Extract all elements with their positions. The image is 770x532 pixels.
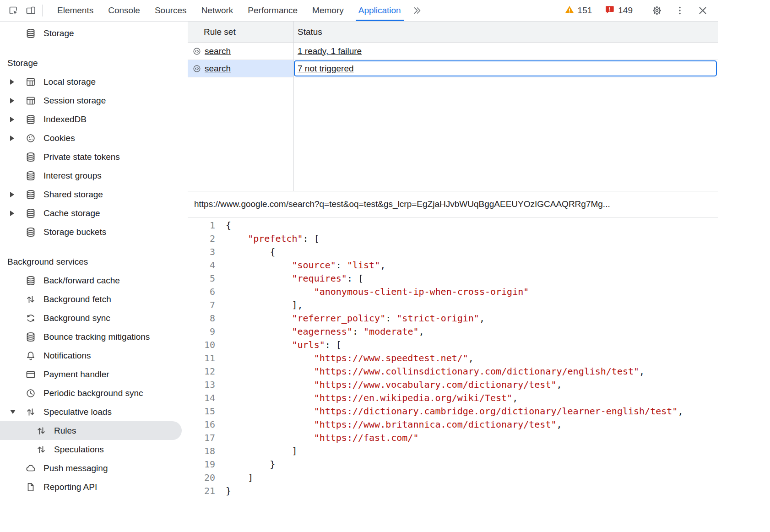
- line-number: 3: [188, 245, 215, 259]
- sidebar-item-payment-handler[interactable]: Payment handler: [0, 365, 187, 384]
- code-line-content: "https://www.vocabulary.com/dictionary/t…: [226, 378, 562, 391]
- code-line-content: "prefetch": [: [226, 232, 320, 245]
- sidebar-item-background-sync[interactable]: Background sync: [0, 309, 187, 327]
- tab-sources[interactable]: Sources: [147, 0, 194, 21]
- sidebar-item-back-forward-cache[interactable]: Back/forward cache: [0, 271, 187, 290]
- code-line: 2 "prefetch": [: [188, 232, 718, 245]
- triangle-right-icon[interactable]: [10, 79, 25, 85]
- ruleset-row[interactable]: search1 ready, 1 failure: [188, 43, 718, 60]
- tab-performance[interactable]: Performance: [240, 0, 305, 21]
- database-icon: [25, 114, 36, 125]
- ruleset-name-cell[interactable]: search: [188, 60, 293, 77]
- table-icon: [25, 95, 36, 106]
- code-line-content: }: [226, 484, 231, 498]
- tab-memory[interactable]: Memory: [305, 0, 351, 21]
- code-line: 4 "source": "list",: [188, 259, 718, 272]
- triangle-right-icon[interactable]: [10, 98, 25, 103]
- more-menu-icon[interactable]: [671, 2, 689, 19]
- code-line: 10 "urls": [: [188, 338, 718, 352]
- ruleset-status-link[interactable]: 1 ready, 1 failure: [298, 46, 362, 56]
- ruleset-status-cell[interactable]: 7 not triggered: [294, 60, 717, 76]
- sidebar-item-bounce-tracking-mitigations[interactable]: Bounce tracking mitigations: [0, 327, 187, 346]
- ruleset-name-cell[interactable]: search: [188, 43, 293, 60]
- settings-gear-icon[interactable]: [648, 2, 666, 19]
- tab-network[interactable]: Network: [194, 0, 241, 21]
- code-line-content: "urls": [: [226, 338, 342, 352]
- code-view: 1{2 "prefetch": [3 {4 "source": "list",5…: [188, 217, 718, 532]
- ruleset-table-header: Rule set Status: [188, 22, 718, 43]
- close-icon[interactable]: [694, 2, 711, 19]
- line-number: 1: [188, 219, 215, 232]
- sidebar-item-label: Back/forward cache: [43, 276, 120, 286]
- code-line: 21}: [188, 484, 718, 498]
- triangle-right-icon[interactable]: [10, 117, 25, 122]
- sidebar-item-speculative-loads[interactable]: Speculative loads: [0, 402, 187, 421]
- code-line-content: ]: [226, 445, 298, 458]
- code-line: 8 "referrer_policy": "strict-origin",: [188, 312, 718, 325]
- updown-icon: [36, 444, 47, 455]
- panel-tabs: ElementsConsoleSourcesNetworkPerformance…: [50, 0, 408, 21]
- sidebar-item-reporting-api[interactable]: Reporting API: [0, 478, 187, 496]
- code-line-content: {: [226, 245, 275, 259]
- inspect-element-icon[interactable]: [5, 2, 22, 19]
- ruleset-status-cell[interactable]: 1 ready, 1 failure: [293, 43, 718, 60]
- sidebar-item-push-messaging[interactable]: Push messaging: [0, 459, 187, 478]
- line-number: 13: [188, 378, 215, 391]
- sidebar-item-indexeddb[interactable]: IndexedDB: [0, 110, 187, 129]
- code-line-content: "https://en.wikipedia.org/wiki/Test",: [226, 391, 518, 405]
- sidebar-item-speculations[interactable]: Speculations: [0, 440, 187, 459]
- tab-application[interactable]: Application: [351, 0, 408, 21]
- code-line: 14 "https://en.wikipedia.org/wiki/Test",: [188, 391, 718, 405]
- ruleset-link[interactable]: search: [205, 46, 231, 56]
- device-toolbar-icon[interactable]: [22, 2, 39, 19]
- sidebar-item-local-storage[interactable]: Local storage: [0, 72, 187, 91]
- triangle-right-icon[interactable]: [10, 192, 25, 197]
- ruleset-link[interactable]: search: [205, 64, 231, 74]
- column-header-rule-set: Rule set: [188, 27, 293, 37]
- line-number: 5: [188, 272, 215, 285]
- triangle-right-icon[interactable]: [10, 211, 25, 216]
- sidebar-item-periodic-background-sync[interactable]: Periodic background sync: [0, 384, 187, 402]
- sidebar-item-background-fetch[interactable]: Background fetch: [0, 290, 187, 309]
- tab-console[interactable]: Console: [101, 0, 147, 21]
- card-icon: [25, 369, 36, 380]
- code-line: 6 "anonymous-client-ip-when-cross-origin…: [188, 285, 718, 299]
- triangle-down-icon[interactable]: [10, 410, 25, 414]
- ruleset-row[interactable]: search7 not triggered: [188, 60, 718, 77]
- sidebar-item-label: Background fetch: [43, 294, 111, 304]
- code-line: 5 "requires": [: [188, 272, 718, 285]
- sidebar-item-shared-storage[interactable]: Shared storage: [0, 185, 187, 204]
- ruleset-status-link[interactable]: 7 not triggered: [298, 64, 354, 74]
- line-number: 10: [188, 338, 215, 352]
- sidebar-item-label: Reporting API: [43, 482, 97, 492]
- more-tabs-icon[interactable]: [408, 2, 426, 19]
- database-icon: [25, 152, 36, 163]
- sidebar-item-label: Payment handler: [43, 369, 109, 380]
- sidebar-item-label: Interest groups: [43, 171, 102, 181]
- code-line: 1{: [188, 219, 718, 232]
- sidebar-item-notifications[interactable]: Notifications: [0, 346, 187, 365]
- warnings-badge[interactable]: 151: [564, 5, 592, 17]
- sidebar-tree: StorageStorageLocal storageSession stora…: [0, 24, 187, 496]
- database-icon: [25, 331, 36, 342]
- errors-badge[interactable]: 149: [605, 5, 633, 17]
- sidebar-item-session-storage[interactable]: Session storage: [0, 91, 187, 110]
- sidebar-item-rules[interactable]: Rules: [0, 421, 182, 440]
- sidebar-item-cache-storage[interactable]: Cache storage: [0, 204, 187, 223]
- database-icon: [25, 189, 36, 200]
- sidebar-item-storage[interactable]: Storage: [0, 24, 187, 43]
- updown-icon: [36, 425, 47, 436]
- clock-icon: [25, 388, 36, 399]
- tab-elements[interactable]: Elements: [50, 0, 101, 21]
- sidebar-item-label: Bounce tracking mitigations: [43, 332, 150, 342]
- triangle-right-icon[interactable]: [10, 136, 25, 141]
- table-icon: [25, 76, 36, 87]
- sidebar-item-private-state-tokens[interactable]: Private state tokens: [0, 147, 187, 166]
- database-icon: [25, 275, 36, 286]
- sidebar-item-label: Cookies: [43, 133, 75, 143]
- sidebar-item-interest-groups[interactable]: Interest groups: [0, 166, 187, 185]
- sidebar-item-cookies[interactable]: Cookies: [0, 129, 187, 147]
- sidebar-item-storage-buckets[interactable]: Storage buckets: [0, 223, 187, 241]
- code-line: 11 "https://www.speedtest.net/",: [188, 352, 718, 365]
- cookie-icon: [25, 133, 36, 144]
